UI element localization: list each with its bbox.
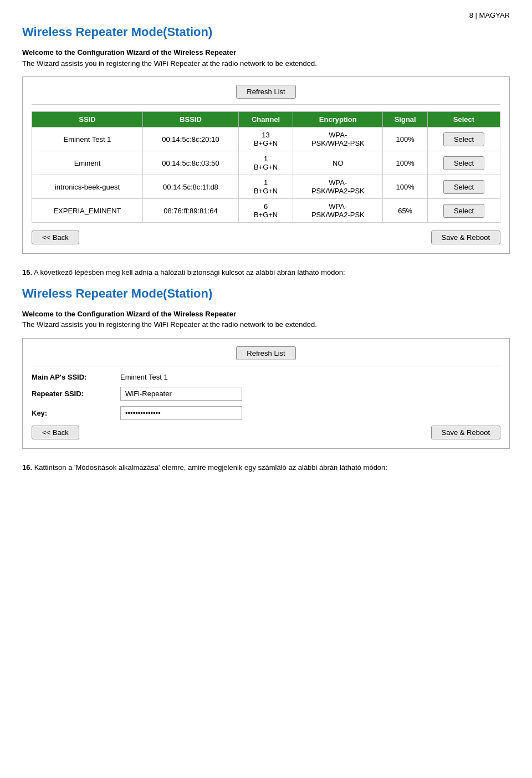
- cell-encryption: WPA-PSK/WPA2-PSK: [293, 199, 383, 223]
- select-btn-0[interactable]: Select: [443, 132, 484, 146]
- cell-select[interactable]: Select: [427, 175, 500, 199]
- refresh-list-btn-2[interactable]: Refresh List: [236, 346, 295, 360]
- cell-bssid: 08:76:ff:89:81:64: [142, 199, 238, 223]
- cell-signal: 100%: [383, 151, 428, 175]
- section2-panel: Refresh List Main AP's SSID: Eminent Tes…: [22, 338, 510, 449]
- col-select: Select: [427, 112, 500, 127]
- repeater-ssid-row: Repeater SSID:: [32, 387, 500, 401]
- key-label: Key:: [32, 409, 120, 417]
- table-header-row: SSID BSSID Channel Encryption Signal Sel…: [32, 112, 500, 127]
- cell-channel: 1B+G+N: [239, 175, 293, 199]
- select-btn-2[interactable]: Select: [443, 180, 484, 194]
- select-btn-1[interactable]: Select: [443, 156, 484, 170]
- cell-select[interactable]: Select: [427, 199, 500, 223]
- cell-signal: 100%: [383, 175, 428, 199]
- cell-bssid: 00:14:5c:8c:20:10: [142, 127, 238, 151]
- save-reboot-btn-1[interactable]: Save & Reboot: [431, 231, 500, 244]
- table-row: intronics-beek-guest 00:14:5c:8c:1f:d8 1…: [32, 175, 500, 199]
- cell-encryption: NO: [293, 151, 383, 175]
- cell-ssid: Eminent Test 1: [32, 127, 143, 151]
- section1-description: Welcome to the Configuration Wizard of t…: [22, 47, 510, 69]
- table-row: Eminent Test 1 00:14:5c:8c:20:10 13B+G+N…: [32, 127, 500, 151]
- col-encryption: Encryption: [293, 112, 383, 127]
- back-btn-1[interactable]: << Back: [32, 231, 79, 244]
- refresh-row-1: Refresh List: [32, 85, 500, 99]
- cell-bssid: 00:14:5c:8c:1f:d8: [142, 175, 238, 199]
- save-reboot-btn-2[interactable]: Save & Reboot: [431, 426, 500, 439]
- cell-select[interactable]: Select: [427, 151, 500, 175]
- cell-channel: 13B+G+N: [239, 127, 293, 151]
- table-row: Eminent 00:14:5c:8c:03:50 1B+G+N NO 100%…: [32, 151, 500, 175]
- cell-channel: 6B+G+N: [239, 199, 293, 223]
- main-ap-ssid-label: Main AP's SSID:: [32, 373, 120, 381]
- cell-signal: 65%: [383, 199, 428, 223]
- step-16: 16. Kattintson a 'Módosítások alkalmazás…: [22, 462, 510, 474]
- section1-title: Wireless Repeater Mode(Station): [22, 25, 510, 39]
- cell-bssid: 00:14:5c:8c:03:50: [142, 151, 238, 175]
- section2-description: Welcome to the Configuration Wizard of t…: [22, 309, 510, 330]
- section1-panel: Refresh List SSID BSSID Channel Encrypti…: [22, 76, 510, 254]
- main-ap-ssid-value: Eminent Test 1: [120, 373, 168, 381]
- col-bssid: BSSID: [142, 112, 238, 127]
- cell-encryption: WPA-PSK/WPA2-PSK: [293, 175, 383, 199]
- refresh-row-2: Refresh List: [32, 346, 500, 360]
- col-channel: Channel: [239, 112, 293, 127]
- cell-ssid: intronics-beek-guest: [32, 175, 143, 199]
- wifi-networks-table-1: SSID BSSID Channel Encryption Signal Sel…: [32, 111, 500, 223]
- repeater-ssid-label: Repeater SSID:: [32, 390, 120, 398]
- cell-channel: 1B+G+N: [239, 151, 293, 175]
- cell-ssid: EXPERIA_EMINENT: [32, 199, 143, 223]
- section2-title: Wireless Repeater Mode(Station): [22, 286, 510, 301]
- key-row: Key:: [32, 406, 500, 420]
- cell-encryption: WPA-PSK/WPA2-PSK: [293, 127, 383, 151]
- table-row: EXPERIA_EMINENT 08:76:ff:89:81:64 6B+G+N…: [32, 199, 500, 223]
- select-btn-3[interactable]: Select: [443, 204, 484, 218]
- refresh-list-btn-1[interactable]: Refresh List: [236, 85, 295, 99]
- back-btn-2[interactable]: << Back: [32, 426, 79, 439]
- cell-signal: 100%: [383, 127, 428, 151]
- col-signal: Signal: [383, 112, 428, 127]
- page-number: 8 | MAGYAR: [22, 11, 510, 19]
- key-input[interactable]: [120, 406, 242, 420]
- main-ap-ssid-row: Main AP's SSID: Eminent Test 1: [32, 373, 500, 381]
- step-15: 15. A következő lépésben meg kell adnia …: [22, 267, 510, 279]
- cell-select[interactable]: Select: [427, 127, 500, 151]
- col-ssid: SSID: [32, 112, 143, 127]
- section2-action-row: << Back Save & Reboot: [32, 426, 500, 439]
- cell-ssid: Eminent: [32, 151, 143, 175]
- repeater-ssid-input[interactable]: [120, 387, 242, 401]
- section1-action-row: << Back Save & Reboot: [32, 231, 500, 244]
